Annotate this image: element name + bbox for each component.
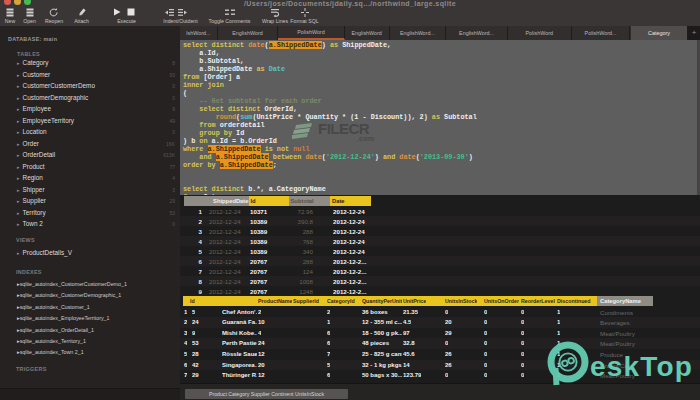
svg-text:.com: .com bbox=[357, 134, 375, 143]
svg-text:eskTop: eskTop bbox=[590, 351, 693, 382]
